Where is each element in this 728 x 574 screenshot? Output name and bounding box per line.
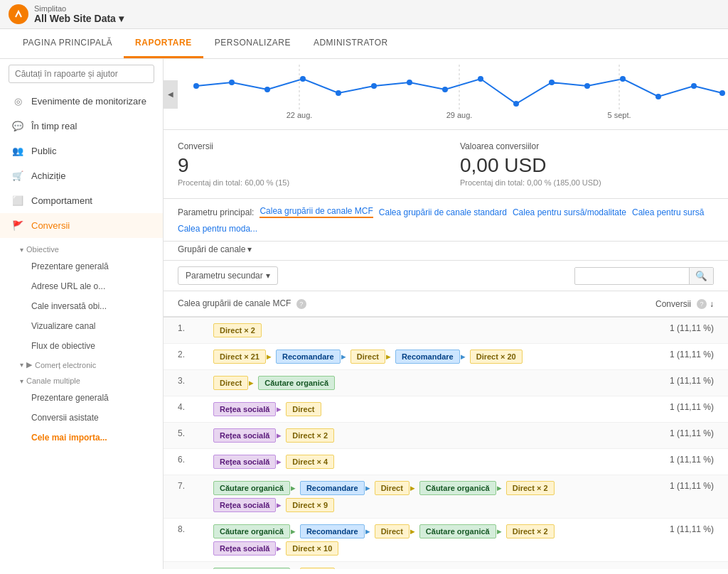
filter-sursa-modalitate[interactable]: Calea pentru sursă/modalitate [513, 207, 626, 217]
row-number: 1. [164, 317, 199, 344]
filter-mcf[interactable]: Calea grupării de canale MCF [259, 206, 373, 218]
nav-admin[interactable]: ADMINISTRATOR [302, 29, 400, 58]
sidebar-item-acquisition[interactable]: 🛒 Achiziție [0, 163, 163, 188]
svg-point-4 [300, 76, 306, 82]
nav-customization[interactable]: PERSONALIZARE [203, 29, 302, 58]
col-conversii-info-icon[interactable]: ? [697, 299, 707, 309]
sidebar-item-prezentare[interactable]: Prezentare generală [0, 256, 163, 276]
sidebar-item-conversions[interactable]: 🚩 Conversii [0, 213, 163, 238]
row-conversii: 1 (11,11 %) [628, 396, 729, 423]
table-row: 5. Rețea socialăDirect × 2 1 (11,11 %) [164, 423, 728, 449]
tag-row-line2: Rețea socialăDirect × 9 [213, 498, 613, 512]
top-bar: Simplitao All Web Site Data ▾ [0, 0, 728, 29]
row-number: 6. [164, 449, 199, 475]
tag-row: Direct × 21RecomandareDirectRecomandareD… [213, 350, 613, 364]
table-row: 8. Căutare organicăRecomandareDirectCăut… [164, 519, 728, 562]
stat-conversii: Conversii 9 Procentaj din total: 60,00 %… [178, 141, 432, 187]
svg-point-3 [264, 87, 270, 92]
conversions-submenu: Obiective Prezentare generală Adrese URL… [0, 238, 163, 450]
sidebar-item-prezentare2[interactable]: Prezentare generală [0, 388, 163, 408]
sidebar-item-cale[interactable]: Cale inversată obi... [0, 296, 163, 316]
table-search-button[interactable]: 🔍 [689, 268, 713, 284]
canale-group-label[interactable]: Canale multiple [0, 372, 163, 388]
row-conversii: 1 (11,11 %) [628, 449, 729, 475]
tag-row: Rețea socialăDirect × 2 [213, 428, 613, 443]
secondary-param-button[interactable]: Parametru secundar ▾ [178, 266, 278, 285]
sidebar-item-conversii-asistate[interactable]: Conversii asistate [0, 408, 163, 428]
channel-tag: Direct × 2 [213, 323, 262, 337]
row-number: 8. [164, 519, 199, 562]
site-selector[interactable]: All Web Site Data ▾ [34, 13, 124, 24]
channel-tag: Direct × 21 [213, 350, 266, 364]
sidebar-item-adrese[interactable]: Adrese URL ale o... [0, 276, 163, 296]
realtime-icon: 💬 [11, 121, 24, 131]
svg-point-5 [336, 90, 341, 96]
chart-area: ◀ [164, 59, 728, 130]
tag-row-line2: Rețea socialăDirect × 10 [213, 541, 613, 556]
row-number: 7. [164, 475, 199, 519]
sidebar-item-audience[interactable]: 👥 Public [0, 139, 163, 163]
search-input[interactable] [9, 65, 154, 83]
sidebar-item-realtime[interactable]: 💬 În timp real [0, 114, 163, 139]
row-conversii: 1 (11,11 %) [628, 519, 729, 562]
col-info-icon[interactable]: ? [296, 299, 306, 309]
svg-text:22 aug.: 22 aug. [287, 111, 313, 119]
table-search-input[interactable] [575, 268, 689, 283]
channel-tag: Direct × 2 [506, 524, 555, 538]
valoare-label: Valoarea conversiilor [460, 141, 714, 151]
table-row: 6. Rețea socialăDirect × 4 1 (11,11 %) [164, 449, 728, 475]
sidebar-item-flux[interactable]: Flux de obiective [0, 336, 163, 356]
secondary-row: Parametru secundar ▾ 🔍 [164, 261, 728, 291]
svg-point-2 [229, 80, 235, 85]
conversii-value: 9 [178, 154, 432, 177]
channel-tag: Recomandare [395, 350, 460, 364]
svg-point-8 [442, 87, 448, 92]
channel-tag: Direct × 2 [286, 428, 334, 443]
filter-standard[interactable]: Calea grupării de canale standard [379, 207, 507, 217]
channel-tag: Rețea socială [213, 498, 276, 512]
channel-tag: Recomandare [276, 350, 341, 364]
svg-point-7 [407, 80, 412, 85]
obiective-group-label[interactable]: Obiective [0, 241, 163, 256]
tag-row: Căutare organicăDirect [213, 568, 613, 569]
comert-group-label[interactable]: ▶ Comerț electronic [0, 356, 163, 372]
svg-point-13 [620, 76, 626, 82]
row-conversii: 1 (11,11 %) [628, 475, 729, 519]
table-row: 4. Rețea socialăDirect 1 (11,11 %) [164, 396, 728, 423]
channel-tag: Direct × 9 [286, 498, 334, 512]
row-channel-path: Căutare organicăRecomandareDirectCăutare… [199, 519, 627, 562]
channel-tag: Direct [286, 402, 321, 416]
sidebar-item-cele-mai[interactable]: Cele mai importa... [0, 428, 163, 448]
sidebar-item-label: Comportament [31, 195, 92, 206]
filter-sursa[interactable]: Calea pentru sursă [632, 207, 704, 217]
sidebar-item-events[interactable]: ◎ Evenimente de monitorizare [0, 89, 163, 114]
tag-row-line1: Căutare organicăRecomandareDirectCăutare… [213, 524, 613, 538]
sidebar-item-behavior[interactable]: ⬜ Comportament [0, 188, 163, 213]
channel-tag: Direct [213, 376, 248, 390]
filter-modalitate[interactable]: Calea pentru moda... [178, 224, 257, 234]
channel-tag: Direct [375, 481, 410, 495]
nav-reporting[interactable]: RAPORTARE [124, 29, 203, 58]
table-row: 7. Căutare organicăRecomandareDirectCăut… [164, 475, 728, 519]
table-row: 1. Direct × 2 1 (11,11 %) [164, 317, 728, 344]
site-dropdown-icon: ▾ [119, 13, 124, 24]
sidebar-search-container [0, 59, 163, 89]
svg-point-11 [549, 80, 555, 85]
channel-tag: Căutare organică [419, 481, 496, 495]
acquisition-icon: 🛒 [11, 170, 24, 181]
sidebar-item-label: Achiziție [31, 170, 65, 181]
channel-tag: Rețea socială [213, 428, 276, 443]
svg-point-12 [584, 83, 590, 89]
row-channel-path: Căutare organicăRecomandareDirectCăutare… [199, 475, 627, 519]
sort-conversii[interactable]: Conversii ? ↓ [642, 299, 714, 309]
channel-tag: Căutare organică [213, 524, 290, 538]
sidebar-item-vizualizare[interactable]: Vizualizare canal [0, 316, 163, 336]
svg-point-9 [478, 76, 483, 82]
row-conversii: 1 (11,11 %) [628, 344, 729, 370]
channel-tag: Căutare organică [213, 568, 290, 569]
stats-row: Conversii 9 Procentaj din total: 60,00 %… [164, 130, 728, 199]
grupari-canale-link[interactable]: Grupări de canale ▾ [178, 244, 252, 254]
table-header-row: Calea grupării de canale MCF ? Conversii… [164, 291, 728, 317]
nav-home[interactable]: PAGINA PRINCIPALĂ [11, 29, 124, 58]
chart-toggle[interactable]: ◀ [164, 80, 178, 109]
